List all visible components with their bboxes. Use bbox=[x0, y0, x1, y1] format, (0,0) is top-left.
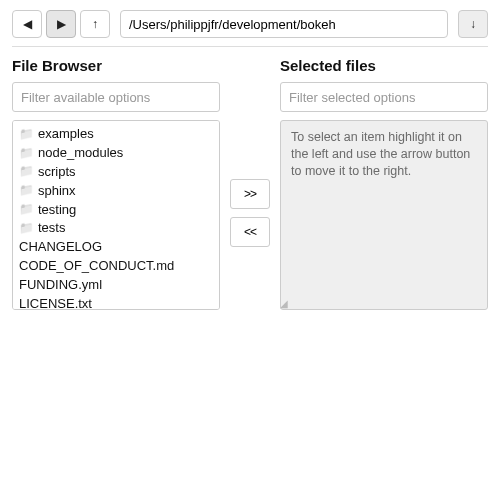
folder-icon: 📁 bbox=[19, 202, 34, 218]
resize-handle-icon[interactable]: ◢ bbox=[280, 298, 486, 309]
folder-icon: 📁 bbox=[19, 183, 34, 199]
file-browser-title: File Browser bbox=[12, 57, 220, 74]
list-item[interactable]: 📁tests bbox=[15, 219, 217, 238]
list-item-label: CODE_OF_CONDUCT.md bbox=[19, 258, 174, 275]
list-item[interactable]: 📁scripts bbox=[15, 163, 217, 182]
list-item-label: sphinx bbox=[38, 183, 76, 200]
list-item[interactable]: LICENSE.txt bbox=[15, 295, 217, 310]
folder-icon: 📁 bbox=[19, 127, 34, 143]
selected-listbox[interactable]: To select an item highlight it on the le… bbox=[280, 120, 488, 310]
list-item[interactable]: 📁testing bbox=[15, 201, 217, 220]
move-right-button[interactable]: >> bbox=[230, 179, 270, 209]
folder-icon: 📁 bbox=[19, 221, 34, 237]
forward-button[interactable]: ▶ bbox=[46, 10, 76, 38]
nav-toolbar: ◀ ▶ ↑ ↓ bbox=[12, 10, 488, 38]
list-item-label: scripts bbox=[38, 164, 76, 181]
selected-files-title: Selected files bbox=[280, 57, 488, 74]
list-item-label: testing bbox=[38, 202, 76, 219]
up-button[interactable]: ↑ bbox=[80, 10, 110, 38]
list-item[interactable]: CODE_OF_CONDUCT.md bbox=[15, 257, 217, 276]
download-button[interactable]: ↓ bbox=[458, 10, 488, 38]
arrow-up-icon: ↑ bbox=[92, 17, 98, 31]
triangle-left-icon: ◀ bbox=[23, 17, 32, 31]
filter-selected-input[interactable] bbox=[280, 82, 488, 112]
selected-empty-hint: To select an item highlight it on the le… bbox=[291, 130, 470, 178]
list-item[interactable]: FUNDING.yml bbox=[15, 276, 217, 295]
list-item-label: CHANGELOG bbox=[19, 239, 102, 256]
move-left-button[interactable]: << bbox=[230, 217, 270, 247]
arrow-down-icon: ↓ bbox=[470, 17, 476, 31]
folder-icon: 📁 bbox=[19, 164, 34, 180]
list-item[interactable]: CHANGELOG bbox=[15, 238, 217, 257]
list-item-label: examples bbox=[38, 126, 94, 143]
list-item[interactable]: 📁node_modules bbox=[15, 144, 217, 163]
available-listbox[interactable]: 📁examples📁node_modules📁scripts📁sphinx📁te… bbox=[12, 120, 220, 310]
folder-icon: 📁 bbox=[19, 146, 34, 162]
back-button[interactable]: ◀ bbox=[12, 10, 42, 38]
list-item-label: FUNDING.yml bbox=[19, 277, 102, 294]
filter-available-input[interactable] bbox=[12, 82, 220, 112]
divider bbox=[12, 46, 488, 47]
list-item-label: LICENSE.txt bbox=[19, 296, 92, 310]
list-item[interactable]: 📁examples bbox=[15, 125, 217, 144]
list-item-label: node_modules bbox=[38, 145, 123, 162]
triangle-right-icon: ▶ bbox=[57, 17, 66, 31]
list-item[interactable]: 📁sphinx bbox=[15, 182, 217, 201]
path-input[interactable] bbox=[120, 10, 448, 38]
list-item-label: tests bbox=[38, 220, 65, 237]
